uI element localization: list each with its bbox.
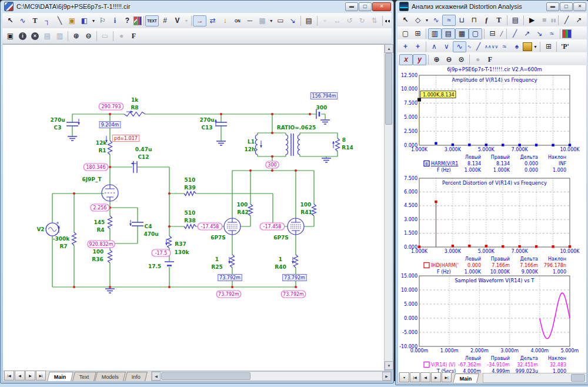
go-to-branch-icon[interactable] [523,42,532,51]
current-display-toggle[interactable]: → [193,15,206,26]
component-label[interactable]: R40 [275,264,286,270]
border-toggle[interactable]: ▭ [274,15,286,26]
one-plot-toggle[interactable]: ▥ [428,28,442,39]
plot-area[interactable] [419,75,570,145]
find-next-icon[interactable] [387,17,390,25]
node-voltage-label[interactable]: 290.793 [101,104,121,109]
color-dialog-icon[interactable] [562,29,572,38]
properties-button[interactable]: ▤ [509,15,522,26]
analysis-horizontal-scrollbar[interactable] [483,373,587,383]
scroll-down-button[interactable]: ▼ [385,361,393,370]
component-label[interactable]: 470u [143,231,158,237]
node-voltage-label[interactable]: -17.458 [201,224,219,229]
schematic-drawing[interactable]: 270uC31kR812kR1270uC130.47uC126J9P_TV2-3… [3,44,384,370]
component-label[interactable]: 0.47u [135,146,152,152]
node-voltage-label[interactable]: 73.792m [283,292,304,297]
wire-tool[interactable]: ┐ [41,15,54,26]
component-label[interactable]: RATIO=.0625 [277,125,316,131]
x-axis-settings-icon[interactable]: x [399,54,413,65]
performance-tag-icon[interactable]: 'P' [559,41,571,52]
component-label[interactable]: R42 [237,209,248,215]
node-voltages-toggle[interactable]: V [171,15,183,26]
page-nav-button[interactable]: |◀ [410,372,420,382]
text-tool[interactable]: T [29,15,41,26]
function-tag-mode[interactable]: ƒ [480,15,493,26]
scroll-right-button[interactable]: ▶ [382,372,391,381]
node-voltage-label[interactable]: 2.256 [93,205,107,211]
component-label[interactable]: 1 [279,256,282,262]
token-toggle[interactable]: ⊞ [412,28,424,39]
cursor-mode[interactable]: ≈ [442,15,456,26]
close-circle-icon[interactable]: × [31,32,39,40]
zoom-out-icon[interactable]: ⊖ [82,31,95,42]
component-label[interactable]: R4 [96,227,104,233]
scope-mode[interactable]: ∿ [430,15,442,26]
mode-window-icon[interactable]: ▣ [4,31,16,42]
component-label[interactable]: 100 [300,202,312,208]
component-label[interactable]: C4 [145,223,152,229]
zoom-region-icon[interactable]: ⊙ [455,54,467,65]
probe-tool[interactable]: ↘ [286,15,299,26]
analysis-plots[interactable]: 0.0002.5005.0007.50010.00012.5001.000K3.… [398,65,586,377]
component-label[interactable]: R25 [211,264,222,270]
power-display-toggle[interactable]: ⇄ [206,15,219,26]
zoom-in-icon[interactable]: ⊕ [430,54,443,65]
node-voltage-label[interactable]: 180.346 [86,165,105,170]
vertical-tag-tool[interactable]: ↗ [521,28,533,39]
node-voltage-label[interactable]: 300 [268,162,276,168]
analysis-window-titlebar[interactable]: Анализ искажений Distortion Analysis ▬ ▢… [396,1,588,12]
component-label[interactable]: 6J9P_T [82,176,102,182]
polyline-tool[interactable]: ↗ [573,15,585,26]
component-label[interactable]: 510 [185,210,196,216]
font-icon[interactable]: F [128,31,140,42]
vacuum-tube-symbol[interactable] [224,218,240,235]
component-label[interactable]: -300k [53,236,71,242]
spade-icon[interactable]: ♠ [510,41,523,52]
sine-tool[interactable]: ∿ [16,15,29,26]
next-transition-icon[interactable]: ∿ [466,41,472,52]
wave-tag-tool[interactable]: ≈ [546,28,558,39]
component-label[interactable]: 8 [342,137,346,143]
tile-icon[interactable]: ▤ [41,31,54,42]
page-nav-button[interactable]: ▶ [431,372,441,382]
component-label[interactable]: 100 [93,249,104,255]
next-peak-icon[interactable]: ∧ [428,41,440,52]
waveform-cursor-icon[interactable]: ∿ [453,41,466,52]
plot-area[interactable] [419,178,570,247]
page-nav-button[interactable]: |◀ [4,371,14,381]
component-label[interactable]: 270u [50,117,65,123]
grid-plots-toggle[interactable]: ▦ [455,28,469,39]
component-label[interactable]: R39 [184,185,195,191]
current-value-label[interactable]: 73.792m [219,275,240,281]
component-label[interactable]: R8 [131,105,138,111]
component-label[interactable]: R41 [300,209,312,215]
component-label[interactable]: 6P7S [211,235,226,241]
color-icon[interactable] [138,16,142,25]
minimize-button[interactable]: ▬ [345,2,358,11]
close-button[interactable]: ✕ [372,2,391,11]
part-dropdown[interactable]: ▾ [91,15,96,26]
line-tool[interactable]: ╲ [54,15,66,26]
page-nav-button[interactable]: ▾ [399,372,409,382]
node-voltage-label[interactable]: 73.792m [218,292,239,297]
current-value-label[interactable]: 9.204m [101,122,119,128]
tab-models[interactable]: Models [95,372,126,381]
flag-tool[interactable]: ⚐ [96,15,109,26]
next-valley-icon[interactable]: ∨ [440,41,453,52]
plot-area[interactable] [419,276,570,346]
horizontal-tag-tool[interactable]: ╱ [509,28,521,39]
help-tool[interactable]: ? [121,15,133,26]
component-label[interactable]: V2 [36,226,44,232]
tab-main[interactable]: Main [47,372,74,381]
attribute-dialog-icon[interactable]: ▤ [303,15,315,26]
text-mode[interactable]: T [493,15,505,26]
component-tool[interactable]: ◇ [412,15,424,26]
component-label[interactable]: 270u [199,117,214,123]
info-tool[interactable]: i [109,15,121,26]
display-part-icon[interactable]: ▣ [66,15,78,26]
component-label[interactable]: 510 [185,177,196,183]
separate-plots-toggle[interactable]: ▢ [469,28,482,39]
cursor-right-icon[interactable]: + [412,41,424,52]
tab-info[interactable]: Info [125,372,148,381]
component-label[interactable]: 1k [131,97,139,103]
